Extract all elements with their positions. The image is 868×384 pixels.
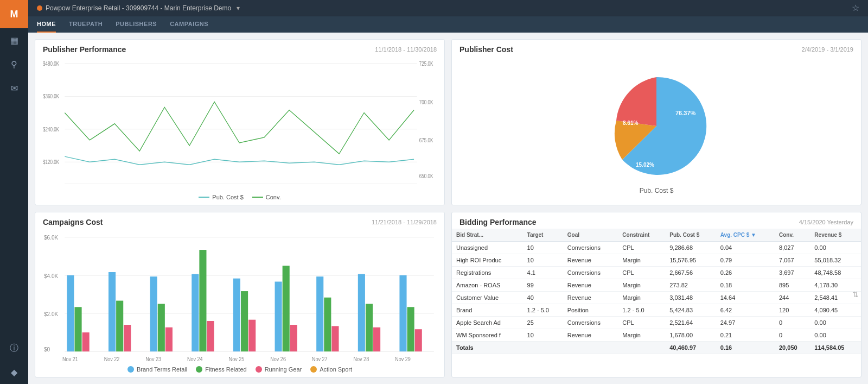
cell-conv: 895 — [775, 279, 810, 291]
cell-target: 40 — [523, 291, 563, 304]
svg-rect-36 — [233, 278, 240, 351]
nav-home[interactable]: HOME — [37, 16, 56, 33]
table-row: Amazon - ROAS 99 Revenue Margin 273.82 0… — [452, 279, 861, 291]
chat-icon[interactable]: ✉ — [0, 76, 28, 100]
col-pub-cost[interactable]: Pub. Cost $ — [665, 229, 716, 242]
search-icon[interactable]: ⚲ — [0, 52, 28, 76]
totals-avg-cpc: 0.16 — [716, 341, 775, 354]
campaigns-cost-date: 11/21/2018 - 11/29/2018 — [372, 219, 437, 225]
main-content: Publisher Performance 11/1/2018 - 11/30/… — [28, 33, 868, 384]
cell-target: 10 — [523, 254, 563, 266]
col-revenue[interactable]: Revenue $ — [810, 229, 861, 242]
sidebar: M ▦ ⚲ ✉ ⓘ ◆ — [0, 0, 28, 384]
col-conv[interactable]: Conv. — [775, 229, 810, 242]
cell-bid-strat: Brand — [452, 304, 523, 316]
cell-goal: Conversions — [563, 316, 618, 329]
cell-revenue: 55,018.32 — [810, 254, 861, 266]
svg-rect-42 — [316, 276, 323, 351]
svg-text:Nov 28: Nov 28 — [353, 356, 369, 362]
svg-text:Nov 26: Nov 26 — [270, 356, 286, 362]
svg-rect-31 — [158, 304, 165, 351]
cell-constraint: CPL — [618, 316, 665, 329]
campaigns-legend: Brand Terms Retail Fitness Related Runni… — [35, 364, 444, 377]
campaigns-cost-card: Campaigns Cost 11/21/2018 - 11/29/2018 $… — [35, 212, 445, 378]
svg-text:Nov 21: Nov 21 — [62, 356, 78, 362]
svg-rect-29 — [124, 325, 131, 351]
table-row: Registrations 4.1 Conversions CPL 2,667.… — [452, 266, 861, 279]
svg-rect-37 — [241, 291, 248, 351]
cell-conv: 3,697 — [775, 266, 810, 279]
cell-constraint: Margin — [618, 291, 665, 304]
svg-text:$6.0K: $6.0K — [44, 234, 59, 241]
col-constraint[interactable]: Constraint — [618, 229, 665, 242]
scroll-indicator[interactable]: ⇅ — [852, 290, 859, 299]
svg-rect-46 — [366, 304, 373, 351]
cell-pub-cost: 5,424.83 — [665, 304, 716, 316]
cell-avg-cpc: 24.97 — [716, 316, 775, 329]
cell-target: 10 — [523, 329, 563, 341]
settings-icon[interactable]: ◆ — [0, 360, 28, 384]
cell-pub-cost: 273.82 — [665, 279, 716, 291]
cell-pub-cost: 15,576.95 — [665, 254, 716, 266]
pub-perf-title: Publisher Performance — [43, 45, 126, 54]
svg-rect-34 — [199, 250, 206, 351]
cell-goal: Conversions — [563, 241, 618, 254]
app-logo[interactable]: M — [0, 0, 28, 28]
table-row: Brand 1.2 - 5.0 Position 1.2 - 5.0 5,424… — [452, 304, 861, 316]
brand-label: Powpow Enterprise Retail - 309909744 - M… — [37, 4, 240, 12]
notification-bell-icon[interactable]: ☆ — [852, 3, 859, 13]
totals-pub-cost: 40,460.97 — [665, 341, 716, 354]
svg-rect-26 — [82, 332, 90, 351]
cell-pub-cost: 2,667.56 — [665, 266, 716, 279]
cell-pub-cost: 3,031.48 — [665, 291, 716, 304]
col-goal[interactable]: Goal — [563, 229, 618, 242]
cell-conv: 0 — [775, 316, 810, 329]
svg-rect-44 — [331, 326, 339, 351]
col-target[interactable]: Target — [523, 229, 563, 242]
totals-conv: 20,050 — [775, 341, 810, 354]
cell-bid-strat: WM Sponsored f — [452, 329, 523, 341]
col-bid-strat[interactable]: Bid Strat... — [452, 229, 523, 242]
cell-constraint: Margin — [618, 329, 665, 341]
svg-text:Nov 25: Nov 25 — [229, 356, 245, 362]
cell-goal: Revenue — [563, 279, 618, 291]
svg-text:675.0K: 675.0K — [419, 137, 433, 143]
cell-avg-cpc: 0.04 — [716, 241, 775, 254]
cell-avg-cpc: 0.26 — [716, 266, 775, 279]
nav-truepath[interactable]: TRUEPATH — [69, 16, 103, 33]
svg-rect-35 — [207, 321, 214, 351]
cell-revenue: 0.00 — [810, 316, 861, 329]
cell-pub-cost: 2,521.64 — [665, 316, 716, 329]
cell-constraint: CPL — [618, 241, 665, 254]
svg-rect-49 — [407, 307, 414, 351]
pub-cost-pie: 76.37% 15.02% 8.61% Pub. Cost $ — [452, 56, 861, 205]
table-row: WM Sponsored f 10 Revenue Margin 1,678.0… — [452, 329, 861, 341]
analytics-icon[interactable]: ▦ — [0, 28, 28, 52]
svg-rect-38 — [248, 319, 256, 351]
cell-avg-cpc: 0.18 — [716, 279, 775, 291]
cell-avg-cpc: 6.42 — [716, 304, 775, 316]
cell-constraint: CPL — [618, 266, 665, 279]
svg-rect-28 — [116, 300, 123, 351]
info-icon[interactable]: ⓘ — [0, 336, 28, 360]
pub-cost-title: Publisher Cost — [459, 45, 513, 54]
cell-target: 1.2 - 5.0 — [523, 304, 563, 316]
cell-conv: 0 — [775, 329, 810, 341]
cell-target: 99 — [523, 279, 563, 291]
svg-rect-25 — [74, 307, 81, 351]
nav-campaigns[interactable]: CAMPAIGNS — [170, 16, 208, 33]
bidding-date: 4/15/2020 Yesterday — [799, 219, 853, 225]
col-avg-cpc[interactable]: Avg. CPC $ ▼ — [716, 229, 775, 242]
svg-rect-48 — [399, 275, 406, 351]
bidding-table-container[interactable]: Bid Strat... Target Goal Constraint Pub.… — [452, 229, 861, 377]
svg-rect-32 — [165, 327, 173, 351]
cell-revenue: 4,090.45 — [810, 304, 861, 316]
cell-bid-strat: Unassigned — [452, 241, 523, 254]
cell-revenue: 4,178.30 — [810, 279, 861, 291]
nav-publishers[interactable]: PUBLISHERS — [116, 16, 157, 33]
cell-avg-cpc: 0.79 — [716, 254, 775, 266]
pub-perf-legend: Pub. Cost $ Conv. — [35, 192, 444, 205]
totals-row: Totals 40,460.97 0.16 20,050 114,584.05 — [452, 341, 861, 354]
cell-goal: Conversions — [563, 266, 618, 279]
cell-conv: 7,067 — [775, 254, 810, 266]
